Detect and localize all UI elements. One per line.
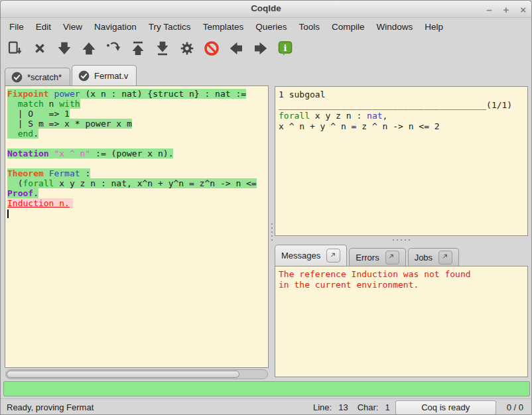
tab-fermat-v[interactable]: Fermat.v xyxy=(72,65,137,86)
menu-item-compile[interactable]: Compile xyxy=(326,20,371,34)
detach-jobs-button[interactable] xyxy=(438,251,452,265)
detach-icon xyxy=(330,252,338,260)
next-icon xyxy=(253,40,269,56)
code-line: | S m => x * power x m xyxy=(7,119,268,129)
menu-item-navigation[interactable]: Navigation xyxy=(88,20,143,34)
code-line: ________________________________________… xyxy=(279,100,527,111)
toolbar: i xyxy=(1,34,531,62)
go-to-start-button[interactable] xyxy=(129,40,147,58)
code-line: Theorem Fermat : xyxy=(7,168,268,178)
detach-errors-button[interactable] xyxy=(385,251,399,265)
close-button[interactable]: × xyxy=(520,5,526,15)
workers-counter: 0 / 0 xyxy=(507,402,523,412)
code-line: x ^ n + y ^ n = z ^ n -> n <= 2 xyxy=(279,121,527,132)
code-line: Fixpoint power (x n : nat) {struct n} : … xyxy=(7,89,268,99)
code-line xyxy=(7,208,268,218)
detach-icon xyxy=(442,253,450,261)
tab-label: Fermat.v xyxy=(94,71,128,81)
window-controls: – + × xyxy=(486,1,526,18)
tab-label: *scratch* xyxy=(27,72,62,82)
feedback-button[interactable]: i xyxy=(276,40,294,58)
code-line: The reference Induction was not found xyxy=(279,269,527,280)
window-title: CoqIde xyxy=(1,3,531,13)
goal-pane[interactable]: 1 subgoal_______________________________… xyxy=(275,86,528,236)
char-label: Char: xyxy=(358,402,379,412)
vertical-splitter[interactable] xyxy=(269,86,275,379)
step-forward-icon xyxy=(56,40,72,56)
detach-messages-button[interactable] xyxy=(326,249,340,263)
menu-item-edit[interactable]: Edit xyxy=(30,20,57,34)
line-value: 13 xyxy=(338,402,348,412)
code-line: in the current environment. xyxy=(279,280,527,290)
message-tab-bar: MessagesErrorsJobs xyxy=(275,244,459,266)
menu-item-queries[interactable]: Queries xyxy=(249,20,293,34)
menu-item-view[interactable]: View xyxy=(57,20,88,34)
line-label: Line: xyxy=(313,402,332,412)
tab-label: Errors xyxy=(356,253,379,263)
code-line: Induction n. xyxy=(7,198,268,208)
go-to-end-icon xyxy=(155,40,170,56)
code-line: (forall x y z n : nat, x^n + y^n = z^n -… xyxy=(7,178,268,188)
progress-bar xyxy=(3,381,530,396)
tab-errors[interactable]: Errors xyxy=(349,248,405,266)
char-value: 1 xyxy=(385,402,389,412)
save-icon xyxy=(7,40,23,56)
status-right-group: Line: 13 Char: 1 Coq is ready 0 / 0 xyxy=(304,400,523,415)
coqide-window: CoqIde – + × FileEditViewNavigationTry T… xyxy=(0,0,532,415)
save-button[interactable] xyxy=(6,40,24,58)
next-button[interactable] xyxy=(251,40,269,58)
svg-text:i: i xyxy=(283,43,287,53)
code-line: match n with xyxy=(7,99,268,109)
code-line: end. xyxy=(7,129,268,139)
go-to-end-button[interactable] xyxy=(153,40,171,58)
check-icon xyxy=(11,72,23,83)
script-editor-pane[interactable]: Fixpoint power (x n : nat) {struct n} : … xyxy=(5,86,269,368)
interrupt-button[interactable] xyxy=(202,40,220,58)
go-to-cursor-icon xyxy=(105,40,121,56)
tab-label: Jobs xyxy=(415,253,432,263)
previous-button[interactable] xyxy=(227,40,245,58)
editor-tab-bar: *scratch*Fermat.v xyxy=(5,64,137,86)
code-line: Notation "x ^ n" := (power x n). xyxy=(7,148,268,158)
close-icon xyxy=(32,40,48,56)
menu-item-windows[interactable]: Windows xyxy=(370,20,419,34)
coq-state-button[interactable]: Coq is ready xyxy=(395,400,496,415)
horizontal-splitter[interactable] xyxy=(275,236,528,244)
step-forward-button[interactable] xyxy=(55,40,73,58)
scrollbar-thumb[interactable] xyxy=(7,371,239,378)
code-line xyxy=(7,139,268,148)
code-line: forall x y z n : nat, xyxy=(279,111,527,121)
menu-item-file[interactable]: File xyxy=(3,20,30,34)
tab-label: Messages xyxy=(281,251,320,261)
menu-bar: FileEditViewNavigationTry TacticsTemplat… xyxy=(1,19,531,34)
menu-item-try-tactics[interactable]: Try Tactics xyxy=(143,20,197,34)
title-bar[interactable]: CoqIde – + × xyxy=(1,1,531,18)
text-cursor xyxy=(7,209,9,218)
restart-button[interactable] xyxy=(178,40,196,58)
messages-pane[interactable]: The reference Induction was not foundin … xyxy=(275,266,528,377)
maximize-button[interactable]: + xyxy=(503,5,509,15)
code-line: | O => 1 xyxy=(7,109,268,119)
go-to-start-icon xyxy=(130,40,146,56)
menu-item-templates[interactable]: Templates xyxy=(197,20,250,34)
status-message: Ready, proving Fermat xyxy=(7,402,94,412)
menu-item-help[interactable]: Help xyxy=(419,20,449,34)
restart-icon xyxy=(179,40,195,56)
step-backward-icon xyxy=(81,40,97,56)
code-line: 1 subgoal xyxy=(279,89,527,100)
check-icon xyxy=(78,70,90,82)
close-button[interactable] xyxy=(31,40,48,58)
interrupt-icon xyxy=(204,40,220,56)
previous-icon xyxy=(228,40,244,56)
menu-item-tools[interactable]: Tools xyxy=(293,20,326,34)
code-line: Proof. xyxy=(7,188,268,198)
tab--scratch-[interactable]: *scratch* xyxy=(5,68,70,86)
status-bar: Ready, proving Fermat Line: 13 Char: 1 C… xyxy=(1,398,531,415)
tab-jobs[interactable]: Jobs xyxy=(408,248,459,266)
editor-horizontal-scrollbar[interactable] xyxy=(5,369,268,379)
go-to-cursor-button[interactable] xyxy=(104,40,122,58)
step-backward-button[interactable] xyxy=(80,40,98,58)
minimize-button[interactable]: – xyxy=(486,5,492,15)
tab-messages[interactable]: Messages xyxy=(275,245,347,266)
code-line xyxy=(7,158,268,168)
